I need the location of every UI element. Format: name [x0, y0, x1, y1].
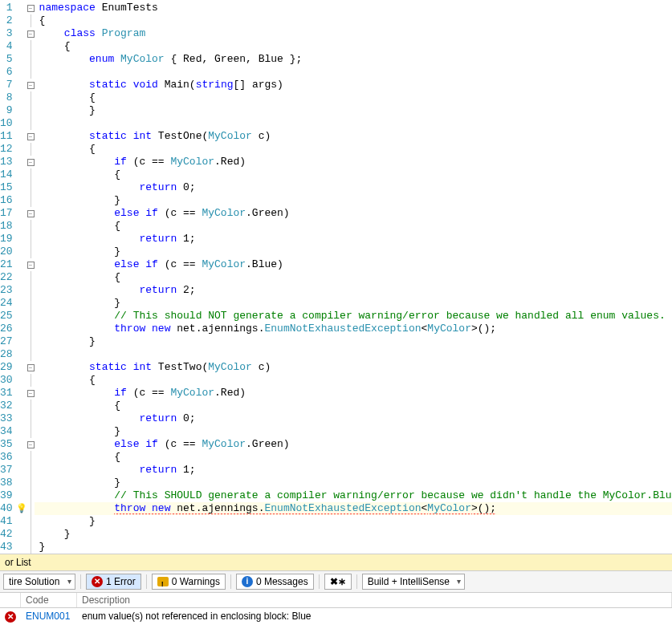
- line-number: 24: [0, 297, 13, 310]
- code-line[interactable]: class Program: [39, 27, 672, 40]
- code-line[interactable]: // This should NOT generate a compiler w…: [39, 310, 672, 323]
- code-line[interactable]: if (c == MyColor.Red): [39, 156, 672, 168]
- code-line[interactable]: {: [39, 400, 672, 412]
- code-line[interactable]: }: [39, 335, 672, 348]
- code-line[interactable]: }: [39, 104, 672, 117]
- code-line[interactable]: {: [39, 168, 672, 181]
- lightbulb-icon[interactable]: 💡: [16, 504, 27, 513]
- code-line[interactable]: }: [39, 541, 672, 554]
- fold-toggle[interactable]: −: [27, 30, 35, 38]
- code-line[interactable]: {: [39, 14, 672, 27]
- code-line[interactable]: else if (c == MyColor.Green): [39, 207, 672, 220]
- scope-combo[interactable]: tire Solution: [3, 574, 75, 590]
- code-line[interactable]: {: [39, 91, 672, 104]
- code-line[interactable]: }: [39, 297, 672, 310]
- warnings-filter-button[interactable]: 0 Warnings: [152, 574, 226, 590]
- fold-toggle[interactable]: −: [27, 133, 35, 140]
- fold-toggle[interactable]: −: [27, 364, 35, 371]
- code-line[interactable]: }: [39, 425, 672, 438]
- fold-toggle[interactable]: −: [27, 262, 35, 269]
- line-number: 20: [0, 245, 13, 258]
- col-icon[interactable]: [0, 593, 21, 607]
- fold-toggle[interactable]: −: [27, 441, 35, 448]
- code-line[interactable]: {: [39, 271, 672, 284]
- code-line[interactable]: {: [39, 220, 672, 233]
- fold-toggle[interactable]: −: [27, 390, 35, 397]
- line-number: 21: [0, 258, 13, 271]
- code-line[interactable]: [39, 348, 672, 361]
- code-line[interactable]: [39, 117, 672, 130]
- col-code[interactable]: Code: [21, 593, 77, 607]
- fold-guide: [31, 541, 31, 554]
- fold-toggle[interactable]: −: [27, 82, 35, 89]
- token: MyColor: [170, 387, 214, 399]
- line-number: 14: [0, 168, 13, 181]
- code-area[interactable]: namespace EnumTests{ class Program { enu…: [35, 0, 672, 554]
- code-line[interactable]: enum MyColor { Red, Green, Blue };: [39, 53, 672, 66]
- code-line[interactable]: {: [39, 143, 672, 156]
- code-line[interactable]: }: [39, 245, 672, 258]
- line-number: 29: [0, 361, 13, 374]
- token: (c ==: [158, 438, 202, 450]
- token: static int: [89, 361, 152, 373]
- token: else if: [114, 438, 158, 450]
- token: (c ==: [158, 258, 202, 270]
- token: }: [89, 515, 96, 527]
- fold-guide: [31, 502, 31, 515]
- fold-toggle[interactable]: −: [27, 210, 35, 217]
- code-line[interactable]: static int TestTwo(MyColor c): [39, 361, 672, 374]
- line-number: 4: [0, 40, 13, 53]
- code-line[interactable]: if (c == MyColor.Red): [39, 387, 672, 400]
- code-line[interactable]: return 1;: [39, 464, 672, 477]
- line-number: 35: [0, 438, 13, 451]
- code-line[interactable]: return 1;: [39, 233, 672, 245]
- token: {: [89, 374, 96, 386]
- messages-filter-button[interactable]: i 0 Messages: [236, 574, 314, 590]
- fold-guide: [31, 297, 31, 310]
- line-number: 34: [0, 425, 13, 438]
- errors-filter-button[interactable]: ✕ 1 Error: [86, 574, 141, 590]
- code-line[interactable]: static int TestOne(MyColor c): [39, 130, 672, 143]
- token: enum: [89, 53, 120, 65]
- error-code[interactable]: ENUM001: [21, 610, 77, 623]
- code-editor[interactable]: 1234567891011121314151617181920212223242…: [0, 0, 672, 554]
- code-line[interactable]: throw new net.ajennings.EnumNotExhausted…: [39, 323, 672, 335]
- code-line[interactable]: {: [39, 40, 672, 53]
- fold-guide: [31, 374, 31, 387]
- code-line[interactable]: // This SHOULD generate a compiler warni…: [39, 489, 672, 502]
- code-line[interactable]: [39, 66, 672, 79]
- error-row[interactable]: ✕ENUM001enum value(s) not referenced in …: [0, 608, 672, 625]
- fold-guide: [31, 14, 31, 27]
- code-line[interactable]: else if (c == MyColor.Green): [39, 438, 672, 451]
- code-line[interactable]: return 0;: [39, 412, 672, 425]
- token: { Red, Green, Blue };: [165, 53, 303, 65]
- code-line[interactable]: }: [39, 194, 672, 207]
- line-number: 6: [0, 66, 13, 79]
- token: {: [114, 271, 120, 283]
- source-combo[interactable]: Build + IntelliSense: [362, 574, 465, 590]
- fold-guide: [31, 425, 31, 438]
- code-line[interactable]: {: [39, 374, 672, 387]
- code-line[interactable]: }: [39, 477, 672, 489]
- token: net.ajennings.: [170, 502, 264, 517]
- code-line[interactable]: return 0;: [39, 181, 672, 194]
- token: }: [64, 528, 71, 540]
- fold-gutter[interactable]: −−−−−−−−−−: [27, 0, 35, 554]
- code-line[interactable]: else if (c == MyColor.Blue): [39, 258, 672, 271]
- code-line[interactable]: {: [39, 451, 672, 464]
- token: {: [114, 220, 120, 232]
- token: (c ==: [127, 387, 171, 399]
- code-line[interactable]: return 2;: [39, 284, 672, 297]
- code-line[interactable]: static void Main(string[] args): [39, 79, 672, 91]
- code-line[interactable]: }: [39, 515, 672, 528]
- fold-toggle[interactable]: −: [27, 5, 35, 12]
- line-number: 22: [0, 271, 13, 284]
- token: namespace: [39, 2, 96, 14]
- token: }: [114, 297, 120, 309]
- col-desc[interactable]: Description: [77, 593, 672, 607]
- token: MyColor: [170, 156, 214, 168]
- clear-button[interactable]: ✖∗: [324, 574, 352, 590]
- code-line[interactable]: namespace EnumTests: [39, 2, 672, 14]
- fold-toggle[interactable]: −: [27, 159, 35, 166]
- code-line[interactable]: }: [39, 528, 672, 541]
